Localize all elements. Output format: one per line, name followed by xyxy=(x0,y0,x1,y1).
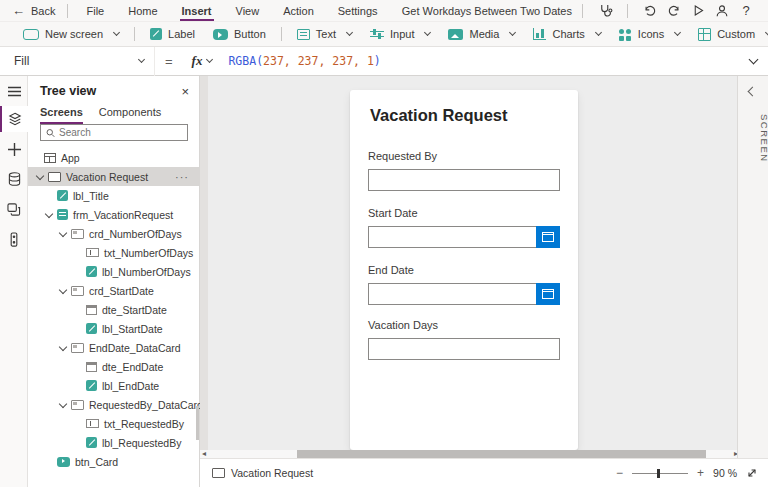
redo-icon[interactable] xyxy=(662,2,686,20)
scroll-left-icon[interactable]: ◂ xyxy=(202,449,206,458)
end-date-input[interactable] xyxy=(368,283,560,305)
canvas[interactable]: Vacation Request Requested By Start Date… xyxy=(200,76,737,458)
fit-screen-icon[interactable] xyxy=(746,467,758,479)
tree-item-card[interactable]: crd_NumberOfDays xyxy=(28,224,199,243)
search-input[interactable] xyxy=(59,127,182,138)
tree-item-label-control[interactable]: lbl_RequestedBy xyxy=(28,433,199,452)
screen-icon xyxy=(212,468,225,478)
menu-item-home[interactable]: Home xyxy=(116,0,169,22)
database-icon xyxy=(8,172,21,186)
tree-item-label-control[interactable]: lbl_NumberOfDays xyxy=(28,262,199,281)
start-date-input[interactable] xyxy=(368,226,560,248)
input-dropdown[interactable]: Input xyxy=(361,22,439,47)
media-panel-button[interactable] xyxy=(0,196,28,222)
tree-item-label-control[interactable]: lbl_EndDate xyxy=(28,376,199,395)
new-screen-button[interactable]: New screen xyxy=(14,22,128,47)
menu-item-file[interactable]: File xyxy=(74,0,116,22)
more-options-icon[interactable]: ··· xyxy=(175,171,189,183)
hamburger-menu-button[interactable] xyxy=(0,78,28,104)
main-area: Tree view × Screens Components App Vacat… xyxy=(0,76,768,487)
chevron-down-icon[interactable] xyxy=(59,401,66,408)
menu-item-settings[interactable]: Settings xyxy=(326,0,390,22)
divider xyxy=(281,27,282,41)
screen-properties-strip[interactable]: SCREEN xyxy=(737,76,768,458)
tree-item-screen[interactable]: Vacation Request··· xyxy=(28,167,199,186)
zoom-slider[interactable] xyxy=(632,469,688,478)
button-button[interactable]: Button xyxy=(204,22,275,47)
card-icon xyxy=(71,229,84,239)
current-screen-label: Vacation Request xyxy=(231,467,313,479)
custom-dropdown[interactable]: Custom xyxy=(689,22,768,47)
tree-item-label-control[interactable]: lbl_Title xyxy=(28,186,199,205)
button-icon xyxy=(57,457,70,467)
menu-item-insert[interactable]: Insert xyxy=(170,0,224,22)
horizontal-scrollbar[interactable]: ◂ ▸ xyxy=(200,450,740,458)
zoom-out-icon[interactable]: − xyxy=(616,467,623,479)
data-sources-button[interactable] xyxy=(0,166,28,192)
tree-view-button[interactable] xyxy=(0,106,28,132)
menu-item-action[interactable]: Action xyxy=(271,0,326,22)
chevron-down-icon[interactable] xyxy=(59,287,66,294)
person-icon[interactable] xyxy=(710,2,734,20)
undo-icon[interactable] xyxy=(638,2,662,20)
start-date-picker-button[interactable] xyxy=(536,226,560,248)
back-button[interactable]: ← Back xyxy=(12,3,61,18)
vacation-days-input[interactable] xyxy=(368,338,560,360)
chevron-down-icon[interactable] xyxy=(45,211,52,218)
chevron-down-icon xyxy=(749,54,759,64)
property-selector-value: Fill xyxy=(14,54,29,68)
tree-item-datepicker[interactable]: dte_StartDate xyxy=(28,300,199,319)
requested-by-input[interactable] xyxy=(368,169,560,191)
tree-item-label: App xyxy=(61,152,80,164)
icons-dropdown[interactable]: Icons xyxy=(610,22,689,47)
expand-formula-bar-button[interactable] xyxy=(734,58,768,65)
scrollbar-thumb[interactable] xyxy=(297,450,706,458)
charts-dropdown[interactable]: Charts xyxy=(524,22,609,47)
zoom-in-icon[interactable]: + xyxy=(697,467,704,479)
zoom-slider-handle[interactable] xyxy=(657,469,660,478)
play-icon[interactable] xyxy=(686,2,710,20)
advanced-tools-button[interactable] xyxy=(0,226,28,252)
tree-item-button-control[interactable]: btn_Card xyxy=(28,452,199,471)
tree-item-card[interactable]: crd_StartDate xyxy=(28,281,199,300)
fx-button[interactable]: fx xyxy=(192,53,213,69)
formula-input[interactable]: RGBA(237, 237, 237, 1) xyxy=(228,54,380,68)
end-date-picker-button[interactable] xyxy=(536,283,560,305)
divider xyxy=(627,4,628,18)
menu-item-label: Home xyxy=(128,5,157,17)
chevron-down-icon[interactable] xyxy=(59,230,66,237)
chevron-down-icon[interactable] xyxy=(36,173,43,180)
tree-scrollbar[interactable] xyxy=(196,406,199,440)
label-button[interactable]: Label xyxy=(141,22,204,47)
divider xyxy=(582,4,583,18)
insert-button[interactable] xyxy=(0,136,28,162)
back-arrow-icon: ← xyxy=(12,3,25,18)
menu-item-view[interactable]: View xyxy=(224,0,272,22)
chevron-down-icon xyxy=(674,28,681,35)
left-rail xyxy=(0,76,28,487)
chevron-down-icon xyxy=(424,28,431,35)
label-icon xyxy=(86,437,97,448)
tree-item-datepicker[interactable]: dte_EndDate xyxy=(28,357,199,376)
chevron-down-icon[interactable] xyxy=(59,344,66,351)
form-icon xyxy=(57,209,68,220)
help-icon[interactable]: ? xyxy=(734,2,758,20)
tab-components[interactable]: Components xyxy=(99,106,161,124)
text-dropdown[interactable]: Text xyxy=(288,22,361,47)
tree-item-card[interactable]: RequestedBy_DataCard xyxy=(28,395,199,414)
tab-screens[interactable]: Screens xyxy=(40,106,83,124)
tree-item-form[interactable]: frm_VacationRequest xyxy=(28,205,199,224)
current-screen-indicator[interactable]: Vacation Request xyxy=(212,467,313,479)
close-icon[interactable]: × xyxy=(181,84,189,99)
vacation-request-form[interactable]: Vacation Request Requested By Start Date… xyxy=(350,90,578,450)
tree-item-app[interactable]: App xyxy=(28,148,199,167)
tree-item-card[interactable]: EndDate_DataCard xyxy=(28,338,199,357)
tree-item-textinput[interactable]: txt_RequestedBy xyxy=(28,414,199,433)
media-dropdown[interactable]: Media xyxy=(439,22,524,47)
app-checker-icon[interactable] xyxy=(593,2,617,20)
input-icon xyxy=(370,28,384,40)
property-selector[interactable]: Fill xyxy=(0,47,155,76)
tree-item-textinput[interactable]: txt_NumberOfDays xyxy=(28,243,199,262)
chevron-left-icon[interactable] xyxy=(748,87,758,97)
tree-item-label-control[interactable]: lbl_StartDate xyxy=(28,319,199,338)
